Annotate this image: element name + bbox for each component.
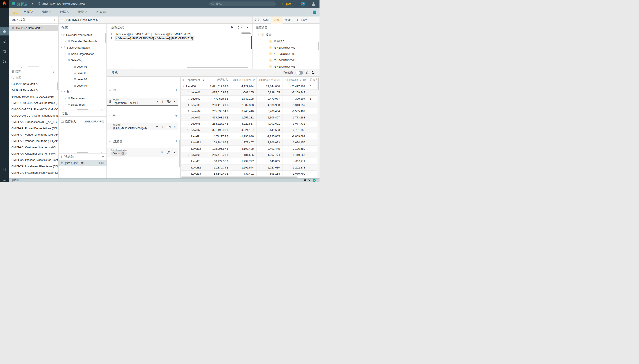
tab-query[interactable]: 查询 [282, 18, 293, 22]
table-row[interactable]: Level72 108,284.66 $ 779,407 3,906,093 2… [181, 139, 317, 146]
assistant-robot-icon[interactable] [301, 2, 305, 6]
dimension-tree-item[interactable]: ▾ Calendar Year/Month [59, 32, 107, 38]
dimension-tree-item[interactable]: ▸ Calendar Year/Month [59, 38, 107, 44]
tree-expand-arrow[interactable]: ▾ [60, 46, 63, 48]
fullscreen-icon[interactable] [306, 11, 308, 14]
dataset-list-item[interactable]: CM FI-AA: Transactions (0FI_AA_11) [9, 119, 58, 125]
table-row[interactable]: Level04 205,838.34 $ 3,248,440 5,400,464… [181, 108, 317, 114]
global-search[interactable] [209, 2, 276, 6]
refresh-icon[interactable] [306, 71, 309, 74]
panel-splitter[interactable]: ▲ ▼ [9, 66, 59, 68]
dimension-tree-item[interactable]: ▾ SalesOrg [59, 57, 107, 63]
table-row[interactable]: Level05 468,968.34 $ -1,657,232 2,306,40… [181, 114, 317, 121]
table-row[interactable]: Level82 51,830.74 $ -1,695,544 2,027,630… [181, 164, 317, 171]
column-header-total[interactable]: 总收入 [308, 77, 317, 83]
member-tree-item[interactable]: I 经营收入 [253, 38, 320, 44]
manual-refresh-toggle[interactable] [296, 71, 303, 74]
row-expand-icon[interactable] [187, 128, 189, 131]
remove-filter-icon[interactable]: ✕ [173, 151, 176, 154]
rail-catalog-icon[interactable] [0, 48, 9, 55]
menu-burger-icon[interactable] [13, 11, 17, 14]
splitter-up-arrow[interactable]: ▲ [62, 152, 64, 153]
builder-scrollbar[interactable] [179, 140, 180, 168]
rail-datasource-icon[interactable] [0, 166, 9, 172]
collapse-icon[interactable]: ˄ [107, 89, 113, 91]
drag-handle-icon[interactable] [109, 126, 111, 128]
expand-panel-icon[interactable]: › [247, 25, 248, 30]
dataset-list-item[interactable]: CM CO-OM CCA: Plan (0CO_OM_CCA_ [9, 106, 58, 112]
row-expand-icon[interactable] [187, 92, 189, 94]
tree-expand-arrow[interactable]: ▸ [65, 53, 67, 55]
add-calculated-member-button[interactable]: + [102, 155, 104, 158]
share-forward-icon[interactable] [313, 179, 316, 182]
tab-properties[interactable]: 属性 [295, 18, 311, 22]
row-expand-icon[interactable] [187, 116, 189, 118]
row-expand-icon[interactable] [187, 110, 189, 112]
code-vertical-scrollbar[interactable] [251, 36, 252, 49]
filter-token[interactable]: Global ✕ [111, 152, 127, 156]
dimension-tree-item[interactable]: ▸ Department [59, 95, 107, 101]
table-row[interactable]: Level00 2,621,617.69 $ 4,129,674 29,844,… [181, 83, 317, 90]
member-tree-item[interactable]: ▾ D 度量 [253, 32, 320, 38]
rail-stories-icon[interactable] [0, 38, 9, 44]
collapse-icon[interactable]: ˄ [107, 114, 113, 117]
datasets-search[interactable] [9, 75, 58, 80]
tree-expand-arrow[interactable]: ▾ [257, 34, 259, 36]
help-icon[interactable]: ? [238, 26, 241, 29]
member-tree-item[interactable]: I /BHB/CURKYF03 [253, 51, 320, 57]
table-horizontal-scrollbar[interactable] [180, 176, 317, 178]
tree-expand-arrow[interactable]: ▾ [65, 59, 67, 61]
remove-chip-icon[interactable]: ✕ [173, 100, 176, 103]
datasets-search-input[interactable] [15, 76, 51, 80]
panel-splitter[interactable]: ▲▼ [59, 108, 107, 110]
add-column-dimension-button[interactable]: + [175, 114, 177, 118]
rail-settings-sliders-icon[interactable] [0, 58, 9, 65]
more-menu-icon[interactable]: ⋮ [161, 100, 164, 103]
search-input[interactable] [215, 2, 270, 6]
dataset-list-item[interactable]: CM FI-AP: Vendor Line Items (0FI_AP_4) [9, 131, 58, 138]
rows-dimension-chip[interactable]: 层级 Department/三级部门 ⋮ ✕ [107, 98, 178, 106]
row-expand-icon[interactable] [187, 104, 189, 106]
dataset-list-item[interactable]: B4HANA Data Mart B [9, 87, 58, 93]
tree-expand-arrow[interactable]: ▸ [65, 97, 67, 99]
table-row[interactable]: Level71 105,117.4 $ -1,295,046 -2,795,88… [181, 133, 317, 140]
dimension-tree-item[interactable]: ▾ Department [59, 101, 107, 108]
remove-chip-icon[interactable]: ✕ [173, 126, 176, 128]
notifications-bell-icon[interactable] [304, 179, 306, 182]
table-vertical-scrollbar[interactable] [317, 77, 320, 178]
dimension-tree-item[interactable]: Level 02 [59, 70, 107, 76]
dimension-tree-item[interactable]: Level 03 [59, 76, 107, 82]
dataset-list-item[interactable]: CM FI-AP: Vendor Line Items (0FI_AP_30 [9, 138, 58, 144]
code-line-2-active[interactable]: 2 + [Measures].[/BHB/CURKYF08] + [Measur… [107, 36, 247, 40]
table-row[interactable]: Level06 264,227.37 $ 3,229,867 4,702,601… [181, 121, 317, 127]
column-menu-icon[interactable]: ⋮ [202, 78, 205, 81]
column-header-curkyf02[interactable]: /BHB/CURKYF02 [231, 77, 257, 83]
dropdown-icon[interactable] [156, 101, 158, 102]
dataset-list-item[interactable]: B4Hana Reporting A1 Q1/Q2.2015 [9, 93, 58, 100]
column-header-income[interactable]: 经营收入 [208, 77, 231, 83]
table-row[interactable]: Level08 255,419.23 $ -181,525 1,267,774 … [181, 152, 317, 158]
menu-general[interactable]: 常规 [24, 8, 33, 16]
collapse-icon[interactable]: ˄ [107, 140, 113, 142]
ruler-icon[interactable] [167, 126, 171, 128]
splitter-up-arrow[interactable]: ▲ [62, 108, 64, 110]
help-icon[interactable]: ? [167, 151, 170, 154]
dimension-tree-item[interactable]: ▸ Sales Organization [59, 51, 107, 57]
calculated-member-row-selected[interactable]: Σ 总收入计算公式 Total [59, 160, 107, 166]
members-scrollbar[interactable] [317, 42, 319, 50]
add-row-dimension-button[interactable]: + [175, 88, 177, 92]
clear-filter-icon[interactable]: ✕ [161, 151, 163, 154]
format-text-icon[interactable]: A [231, 26, 233, 29]
splitter-up-arrow[interactable]: ▲ [14, 66, 15, 68]
dataset-list-item[interactable]: CM FI-CA: Installment Plan Header Data [9, 169, 58, 176]
tree-expand-arrow[interactable]: ▾ [65, 104, 67, 106]
dataset-list-item[interactable]: CM FI-AR: Customer Line Items (0FI_AR_ [9, 144, 58, 150]
column-header-curkyf04[interactable]: /BHB/CURKYF04 [283, 77, 308, 83]
fullscreen-icon[interactable] [253, 18, 260, 21]
rail-gear-icon[interactable] [0, 178, 9, 182]
formula-code-editor[interactable]: 1 [Measures].[/BHB/CURKYF01] + [Measures… [107, 31, 252, 66]
drag-handle-icon[interactable] [109, 100, 111, 103]
new-button[interactable]: ＋ 新建 [281, 2, 291, 6]
formula-horizontal-scrollbar[interactable]: ▲ [107, 66, 252, 69]
table-row[interactable]: Level73 108,096.87 $ -4,108,488 2,401,44… [181, 146, 317, 152]
